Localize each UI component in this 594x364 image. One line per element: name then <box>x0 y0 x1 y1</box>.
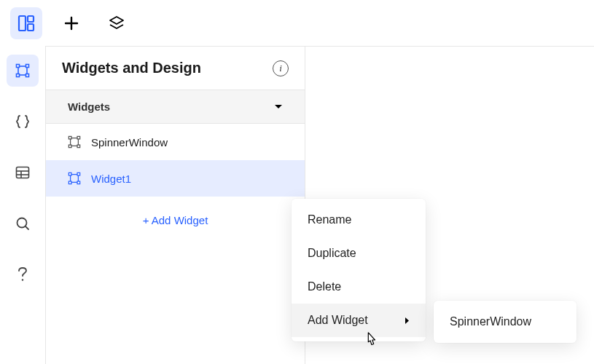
menu-item-label: Rename <box>308 213 351 226</box>
menu-item-label: Delete <box>308 280 341 293</box>
svg-rect-0 <box>19 16 26 31</box>
list-item-label: SpinnerWindow <box>91 136 168 149</box>
chevron-right-icon <box>405 317 410 325</box>
plus-icon <box>63 15 79 31</box>
add-button[interactable] <box>55 7 87 39</box>
svg-line-15 <box>26 226 28 229</box>
svg-rect-6 <box>17 65 20 68</box>
widget-list: SpinnerWindow Widget1 <box>46 124 305 197</box>
widgets-panel: Widgets and Design i Widgets SpinnerWin <box>45 46 305 364</box>
svg-rect-25 <box>69 181 71 184</box>
svg-rect-26 <box>77 181 80 184</box>
braces-icon <box>15 114 31 129</box>
context-submenu: SpinnerWindow <box>434 301 577 343</box>
rail-help-button[interactable] <box>7 258 39 290</box>
side-rail <box>0 46 45 364</box>
svg-rect-8 <box>17 74 20 77</box>
widget-bounds-icon <box>68 135 81 149</box>
svg-rect-2 <box>28 24 34 31</box>
chevron-down-icon <box>274 104 283 110</box>
add-widget-button[interactable]: + Add Widget <box>143 214 208 226</box>
menu-item-label: Add Widget <box>308 314 368 327</box>
rail-table-button[interactable] <box>7 157 39 189</box>
menu-item-label: Duplicate <box>308 247 356 260</box>
menu-item-add-widget[interactable]: Add Widget <box>292 304 426 337</box>
svg-rect-20 <box>69 145 71 148</box>
section-title: Widgets <box>68 100 110 113</box>
svg-rect-21 <box>77 145 80 148</box>
menu-item-delete[interactable]: Delete <box>292 270 426 304</box>
add-widget-row: + Add Widget <box>46 197 305 232</box>
design-mode-icon <box>17 14 36 33</box>
svg-rect-7 <box>26 65 29 68</box>
svg-rect-9 <box>26 74 29 77</box>
context-menu: Rename Duplicate Delete Add Widget <box>292 199 426 341</box>
widget-bounds-icon <box>15 63 30 78</box>
submenu-item-spinnerwindow[interactable]: SpinnerWindow <box>434 305 577 339</box>
info-icon: i <box>279 63 282 74</box>
svg-rect-24 <box>77 173 80 175</box>
help-icon <box>17 266 28 282</box>
panel-header: Widgets and Design i <box>46 47 305 90</box>
topbar <box>0 0 594 46</box>
info-button[interactable]: i <box>273 60 289 76</box>
rail-code-button[interactable] <box>7 106 39 138</box>
rail-widgets-button[interactable] <box>7 55 39 87</box>
menu-item-rename[interactable]: Rename <box>292 203 426 237</box>
panel-title: Widgets and Design <box>62 60 201 76</box>
svg-rect-23 <box>69 173 71 175</box>
svg-point-16 <box>22 279 23 280</box>
layers-button[interactable] <box>101 7 133 39</box>
svg-rect-19 <box>77 136 80 139</box>
list-item-label: Widget1 <box>91 173 131 185</box>
rail-search-button[interactable] <box>7 207 39 240</box>
menu-item-duplicate[interactable]: Duplicate <box>292 237 426 270</box>
svg-rect-18 <box>69 136 71 139</box>
table-icon <box>15 166 30 179</box>
widget-bounds-icon <box>68 172 81 185</box>
svg-rect-10 <box>17 167 29 178</box>
layers-icon <box>108 15 125 32</box>
widgets-section-header[interactable]: Widgets <box>46 90 305 124</box>
list-item-spinnerwindow[interactable]: SpinnerWindow <box>46 124 305 160</box>
menu-item-label: SpinnerWindow <box>450 315 531 328</box>
design-mode-button[interactable] <box>10 7 42 39</box>
svg-rect-1 <box>28 16 34 22</box>
list-item-widget1[interactable]: Widget1 <box>46 160 305 197</box>
search-icon <box>15 216 30 231</box>
